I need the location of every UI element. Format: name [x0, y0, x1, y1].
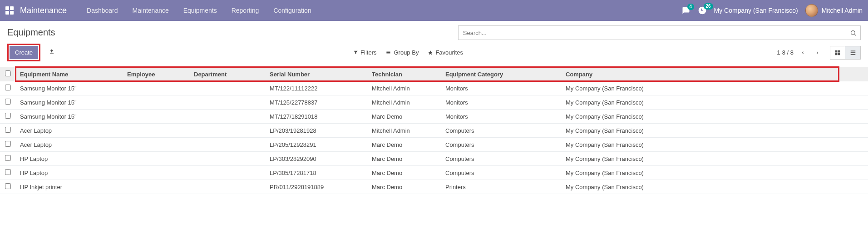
cell-serial: MT/125/22778837: [265, 95, 367, 110]
avatar: [805, 4, 818, 17]
cell-technician: Mitchell Admin: [367, 95, 441, 110]
svg-rect-8: [850, 54, 855, 55]
cell-company: My Company (San Francisco): [561, 124, 839, 138]
filters-button[interactable]: Filters: [353, 49, 376, 56]
cell-employee: [123, 152, 189, 166]
equipment-table: Equipment Name Employee Department Seria…: [0, 67, 868, 194]
groupby-button[interactable]: Group By: [385, 49, 419, 56]
menu-reporting[interactable]: Reporting: [225, 3, 266, 18]
menu-equipments[interactable]: Equipments: [177, 3, 223, 18]
cell-category: Computers: [441, 152, 561, 166]
cell-category: Monitors: [441, 95, 561, 110]
cell-company: My Company (San Francisco): [561, 110, 839, 124]
cell-serial: MT/127/18291018: [265, 110, 367, 124]
table-row[interactable]: Acer LaptopLP/205/12928291Marc DemoCompu…: [0, 138, 868, 152]
row-checkbox[interactable]: [5, 99, 11, 105]
apps-icon[interactable]: [5, 6, 14, 15]
pager-text: 1-8 / 8: [777, 49, 794, 56]
svg-point-0: [851, 30, 855, 35]
user-name: Mitchell Admin: [822, 7, 863, 14]
activities-badge: 26: [704, 3, 713, 10]
cell-name: Samsung Monitor 15": [15, 81, 123, 95]
cell-company: My Company (San Francisco): [561, 81, 839, 95]
row-checkbox[interactable]: [5, 141, 11, 147]
company-selector[interactable]: My Company (San Francisco): [714, 7, 798, 14]
svg-rect-3: [838, 50, 840, 52]
row-checkbox[interactable]: [5, 183, 11, 189]
cell-employee: [123, 110, 189, 124]
cell-name: HP Inkjet printer: [15, 180, 123, 194]
pager: 1-8 / 8: [777, 46, 823, 59]
cell-serial: PR/011/2928191889: [265, 180, 367, 194]
cell-serial: LP/205/12928291: [265, 138, 367, 152]
conversations-icon[interactable]: 4: [681, 6, 690, 15]
cell-name: Samsung Monitor 15": [15, 110, 123, 124]
menu-dashboard[interactable]: Dashboard: [80, 3, 124, 18]
cell-name: HP Laptop: [15, 166, 123, 180]
brand-title[interactable]: Maintenance: [20, 6, 67, 15]
cell-employee: [123, 180, 189, 194]
menu-configuration[interactable]: Configuration: [267, 3, 317, 18]
cell-category: Monitors: [441, 110, 561, 124]
row-checkbox[interactable]: [5, 155, 11, 161]
row-checkbox[interactable]: [5, 169, 11, 175]
cell-employee: [123, 138, 189, 152]
svg-line-1: [854, 34, 856, 35]
row-checkbox[interactable]: [5, 127, 11, 133]
systray: 4 26 My Company (San Francisco) Mitchell…: [681, 4, 863, 17]
col-equipment-name[interactable]: Equipment Name: [15, 67, 123, 81]
col-company[interactable]: Company: [561, 67, 613, 81]
cell-serial: LP/303/28292090: [265, 152, 367, 166]
cell-name: Acer Laptop: [15, 138, 123, 152]
create-highlight: Create: [7, 44, 40, 61]
col-category[interactable]: Equipment Category: [441, 67, 561, 81]
table-row[interactable]: Samsung Monitor 15"MT/127/18291018Marc D…: [0, 110, 868, 124]
cell-department: [189, 180, 265, 194]
table-row[interactable]: HP LaptopLP/303/28292090Marc DemoCompute…: [0, 152, 868, 166]
cell-technician: Marc Demo: [367, 166, 441, 180]
cell-company: My Company (San Francisco): [561, 138, 839, 152]
table-row[interactable]: Samsung Monitor 15"MT/125/22778837Mitche…: [0, 95, 868, 110]
pager-prev[interactable]: [797, 46, 808, 59]
pager-next[interactable]: [812, 46, 823, 59]
select-all-checkbox[interactable]: [5, 70, 11, 76]
cell-technician: Mitchell Admin: [367, 81, 441, 95]
create-button[interactable]: Create: [10, 46, 38, 59]
cell-technician: Marc Demo: [367, 138, 441, 152]
cell-company: My Company (San Francisco): [561, 95, 839, 110]
search-icon[interactable]: [846, 26, 860, 40]
table-row[interactable]: HP Inkjet printerPR/011/2928191889Marc D…: [0, 180, 868, 194]
cell-department: [189, 166, 265, 180]
col-serial[interactable]: Serial Number: [265, 67, 367, 81]
user-menu[interactable]: Mitchell Admin: [805, 4, 863, 17]
search-input[interactable]: [459, 26, 846, 40]
cell-serial: LP/203/19281928: [265, 124, 367, 138]
col-employee[interactable]: Employee: [123, 67, 189, 81]
row-checkbox[interactable]: [5, 113, 11, 119]
table-row[interactable]: Acer LaptopLP/203/19281928Mitchell Admin…: [0, 124, 868, 138]
import-button[interactable]: [46, 47, 58, 58]
svg-rect-5: [838, 53, 840, 55]
cell-technician: Mitchell Admin: [367, 124, 441, 138]
cell-department: [189, 152, 265, 166]
svg-rect-7: [850, 52, 855, 53]
col-technician[interactable]: Technician: [367, 67, 441, 81]
control-panel: Equipments Create Filters: [0, 21, 868, 63]
navbar: Maintenance Dashboard Maintenance Equipm…: [0, 0, 868, 21]
col-department[interactable]: Department: [189, 67, 265, 81]
favourites-button[interactable]: Favourites: [428, 49, 463, 56]
cell-technician: Marc Demo: [367, 180, 441, 194]
list-view-button[interactable]: [845, 46, 861, 60]
table-row[interactable]: HP LaptopLP/305/17281718Marc DemoCompute…: [0, 166, 868, 180]
menu-maintenance[interactable]: Maintenance: [126, 3, 175, 18]
kanban-view-button[interactable]: [830, 46, 845, 60]
cell-category: Monitors: [441, 81, 561, 95]
row-checkbox[interactable]: [5, 85, 11, 90]
activities-icon[interactable]: 26: [698, 6, 707, 15]
cell-technician: Marc Demo: [367, 152, 441, 166]
cell-department: [189, 95, 265, 110]
conversations-badge: 4: [687, 4, 695, 10]
table-row[interactable]: Samsung Monitor 15"MT/122/11112222Mitche…: [0, 81, 868, 95]
cell-department: [189, 81, 265, 95]
cell-category: Computers: [441, 138, 561, 152]
